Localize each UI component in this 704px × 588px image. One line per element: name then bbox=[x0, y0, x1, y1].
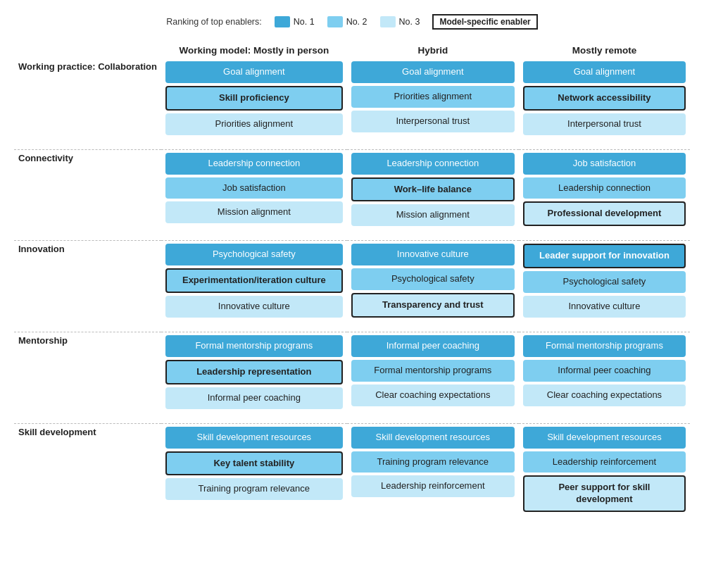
cell-0-2-1: Network accessibility bbox=[523, 86, 686, 111]
col-3-1: Informal peer coachingFormal mentorship … bbox=[347, 332, 519, 415]
cell-3-1-0: Informal peer coaching bbox=[351, 335, 515, 357]
cell-0-2-0: Goal alignment bbox=[523, 61, 686, 83]
cell-0-1-2: Interpersonal trust bbox=[351, 111, 515, 132]
cell-2-0-2: Innovative culture bbox=[165, 296, 343, 318]
cell-4-1-2: Leadership reinforcement bbox=[351, 475, 515, 497]
cell-4-1-0: Skill development resources bbox=[351, 427, 515, 449]
col-header-hybrid: Hybrid bbox=[347, 42, 519, 58]
row-label-3: Mentorship bbox=[14, 332, 161, 415]
cell-4-1-1: Training program relevance bbox=[351, 451, 515, 473]
cell-4-0-2: Training program relevance bbox=[165, 478, 343, 500]
cell-2-1-1: Psychological safety bbox=[351, 268, 515, 290]
row-label-2: Innovation bbox=[14, 241, 161, 323]
legend-label-2: No. 2 bbox=[346, 17, 367, 27]
legend-model-specific: Model-specific enabler bbox=[432, 14, 537, 30]
cell-2-0-1: Experimentation/iteration culture bbox=[165, 268, 343, 293]
cell-3-2-2: Clear coaching expectations bbox=[523, 384, 686, 406]
cell-1-1-0: Leadership connection bbox=[351, 153, 515, 175]
col-0-0: Goal alignmentSkill proficiencyPrioritie… bbox=[161, 58, 347, 141]
col-4-1: Skill development resourcesTraining prog… bbox=[347, 423, 519, 518]
separator-0 bbox=[14, 141, 690, 150]
cell-1-0-1: Job satisfaction bbox=[165, 177, 343, 199]
row-label-0: Working practice: Collaboration bbox=[14, 58, 161, 141]
section-row-3: MentorshipFormal mentorship programsLead… bbox=[14, 332, 690, 415]
cell-1-0-2: Mission alignment bbox=[165, 201, 343, 223]
cell-0-0-2: Priorities alignment bbox=[165, 113, 343, 135]
legend-color-2 bbox=[327, 16, 343, 27]
section-row-2: InnovationPsychological safetyExperiment… bbox=[14, 241, 690, 323]
cell-4-2-2: Peer support for skill development bbox=[523, 475, 686, 512]
section-row-1: ConnectivityLeadership connectionJob sat… bbox=[14, 149, 690, 232]
legend-prefix: Ranking of top enablers: bbox=[166, 17, 262, 27]
cell-3-0-2: Informal peer coaching bbox=[165, 387, 343, 409]
legend: Ranking of top enablers: No. 1 No. 2 No.… bbox=[14, 14, 690, 30]
cell-2-2-1: Psychological safety bbox=[523, 271, 686, 293]
separator-1 bbox=[14, 232, 690, 241]
cell-3-0-0: Formal mentorship programs bbox=[165, 335, 343, 357]
cell-3-2-1: Informal peer coaching bbox=[523, 360, 686, 382]
separator-2 bbox=[14, 323, 690, 332]
col-3-2: Formal mentorship programsInformal peer … bbox=[519, 332, 690, 415]
col-header-remote: Mostly remote bbox=[519, 42, 690, 58]
cell-4-0-1: Key talent stability bbox=[165, 451, 343, 476]
cell-3-1-1: Formal mentorship programs bbox=[351, 360, 515, 382]
col-3-0: Formal mentorship programsLeadership rep… bbox=[161, 332, 347, 415]
col-4-0: Skill development resourcesKey talent st… bbox=[161, 423, 347, 518]
section-row-4: Skill developmentSkill development resou… bbox=[14, 423, 690, 518]
cell-1-1-1: Work–life balance bbox=[351, 177, 515, 202]
cell-0-1-1: Priorities alignment bbox=[351, 86, 515, 108]
legend-label-1: No. 1 bbox=[294, 17, 315, 27]
section-row-0: Working practice: CollaborationGoal alig… bbox=[14, 58, 690, 141]
col-2-0: Psychological safetyExperimentation/iter… bbox=[161, 241, 347, 323]
cell-4-2-0: Skill development resources bbox=[523, 427, 686, 449]
main-table: Working model: Mostly in person Hybrid M… bbox=[14, 42, 690, 518]
legend-label-3: No. 3 bbox=[399, 17, 420, 27]
col-2-2: Leader support for innovationPsychologic… bbox=[519, 241, 690, 323]
legend-item-3: No. 3 bbox=[380, 16, 420, 27]
cell-3-1-2: Clear coaching expectations bbox=[351, 384, 515, 406]
cell-0-0-0: Goal alignment bbox=[165, 61, 343, 83]
legend-item-2: No. 2 bbox=[327, 16, 367, 27]
cell-1-2-1: Leadership connection bbox=[523, 177, 686, 199]
col-0-2: Goal alignmentNetwork accessibilityInter… bbox=[519, 58, 690, 141]
cell-1-2-0: Job satisfaction bbox=[523, 153, 686, 175]
col-1-1: Leadership connectionWork–life balanceMi… bbox=[347, 149, 519, 232]
cell-2-1-2: Transparency and trust bbox=[351, 293, 515, 318]
cell-2-2-2: Innovative culture bbox=[523, 296, 686, 318]
cell-3-0-1: Leadership representation bbox=[165, 360, 343, 384]
column-headers: Working model: Mostly in person Hybrid M… bbox=[14, 42, 690, 58]
separator-3 bbox=[14, 415, 690, 424]
cell-2-2-0: Leader support for innovation bbox=[523, 244, 686, 268]
row-label-4: Skill development bbox=[14, 423, 161, 518]
legend-item-1: No. 1 bbox=[275, 16, 315, 27]
col-1-0: Leadership connectionJob satisfactionMis… bbox=[161, 149, 347, 232]
cell-0-1-0: Goal alignment bbox=[351, 61, 515, 83]
col-4-2: Skill development resourcesLeadership re… bbox=[519, 423, 690, 518]
legend-color-3 bbox=[380, 16, 396, 27]
cell-1-2-2: Professional development bbox=[523, 201, 686, 226]
cell-3-2-0: Formal mentorship programs bbox=[523, 335, 686, 357]
cell-4-2-1: Leadership reinforcement bbox=[523, 451, 686, 473]
cell-1-1-2: Mission alignment bbox=[351, 204, 515, 226]
cell-2-1-0: Innovative culture bbox=[351, 244, 515, 265]
legend-color-1 bbox=[275, 16, 290, 27]
col-header-in-person: Working model: Mostly in person bbox=[161, 42, 347, 58]
cell-4-0-0: Skill development resources bbox=[165, 427, 343, 449]
cell-2-0-0: Psychological safety bbox=[165, 244, 343, 265]
cell-0-2-2: Interpersonal trust bbox=[523, 113, 686, 135]
col-2-1: Innovative culturePsychological safetyTr… bbox=[347, 241, 519, 323]
row-label-1: Connectivity bbox=[14, 149, 161, 232]
col-1-2: Job satisfactionLeadership connectionPro… bbox=[519, 149, 690, 232]
col-0-1: Goal alignmentPriorities alignmentInterp… bbox=[347, 58, 519, 141]
cell-1-0-0: Leadership connection bbox=[165, 153, 343, 175]
cell-0-0-1: Skill proficiency bbox=[165, 86, 343, 111]
